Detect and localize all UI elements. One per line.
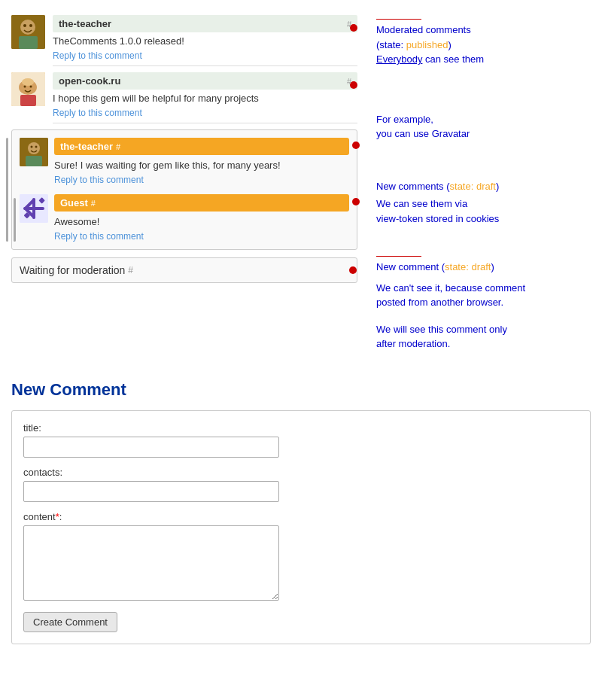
waiting-text: Waiting for moderation <box>20 264 125 276</box>
comment-2-reply[interactable]: Reply to this comment <box>53 108 142 118</box>
annotation-4: We can see them via view-token stored in… <box>376 196 594 226</box>
contacts-label: contacts: <box>23 467 579 478</box>
comment-2-username: open-cook.ru <box>59 75 120 87</box>
avatar-guest <box>20 194 48 223</box>
svg-rect-15 <box>26 156 42 166</box>
svg-point-13 <box>31 146 33 148</box>
title-input[interactable] <box>23 437 279 458</box>
content-field: content*: <box>23 511 579 603</box>
svg-point-8 <box>24 86 26 88</box>
annotation-7: We will see this comment only after mode… <box>376 322 594 352</box>
nested-comment-2-header: Guest # <box>54 194 349 212</box>
nested-comment-1-hash[interactable]: # <box>116 142 120 151</box>
annotation-5: New comment (state: draft) <box>376 256 594 275</box>
annotation-1: Moderated comments (state: published) Ev… <box>376 19 594 67</box>
nested-comments-box: the-teacher # Sure! I was waiting for ge… <box>11 129 357 250</box>
ann5-text: New comment (state: draft) <box>376 260 594 275</box>
annotation-2: For example, you can use Gravatar <box>376 112 594 142</box>
ann3-text: New comments (state: draft) <box>376 179 594 194</box>
ann1-state: published <box>406 39 448 50</box>
nested-comment-2-text: Awesome! <box>54 216 349 227</box>
nested-comment-2-dot <box>352 198 360 205</box>
waiting-box: Waiting for moderation # <box>11 257 357 283</box>
ann3-state: state: draft <box>450 181 496 192</box>
ann1-text: Moderated comments (state: published) Ev… <box>376 23 594 67</box>
comment-1-text: TheComments 1.0.0 released! <box>53 35 357 47</box>
nested-comment-1-username: the-teacher <box>60 141 113 152</box>
avatar-teacher <box>11 15 45 49</box>
svg-point-2 <box>23 24 26 27</box>
comment-1: the-teacher # TheComments 1.0.0 released… <box>11 15 357 66</box>
svg-point-7 <box>22 78 34 86</box>
contacts-field: contacts: <box>23 467 579 502</box>
title-label: title: <box>23 422 579 434</box>
content-label: content*: <box>23 511 579 522</box>
comment-1-username: the-teacher <box>59 18 111 29</box>
content-textarea[interactable] <box>23 525 279 601</box>
waiting-dot <box>349 266 357 274</box>
annotation-6: We can't see it, because comment posted … <box>376 281 594 310</box>
annotations-panel: Moderated comments (state: published) Ev… <box>369 8 602 373</box>
svg-point-9 <box>30 86 32 88</box>
nested-comment-1-reply[interactable]: Reply to this comment <box>54 175 144 185</box>
nested-comment-1-body: the-teacher # Sure! I was waiting for ge… <box>54 138 349 185</box>
waiting-hash[interactable]: # <box>128 265 133 275</box>
svg-rect-4 <box>19 36 38 49</box>
contacts-input[interactable] <box>23 481 279 502</box>
ann5-state: state: draft <box>445 261 491 272</box>
avatar-nested-teacher <box>20 138 48 166</box>
ann4-text: We can see them via view-token stored in… <box>376 196 594 226</box>
nested-comment-1-dot <box>352 142 360 149</box>
new-comment-form: title: contacts: content*: Create Commen… <box>11 410 591 644</box>
nested-comment-2-username: Guest <box>60 197 88 208</box>
nested-comment-2-hash[interactable]: # <box>91 199 96 208</box>
avatar-cook <box>11 72 45 106</box>
nested-comment-1: the-teacher # Sure! I was waiting for ge… <box>20 138 349 185</box>
annotation-3: New comments (state: draft) <box>376 179 594 194</box>
svg-point-14 <box>35 146 38 148</box>
nested-comment-2-reply[interactable]: Reply to this comment <box>54 231 144 242</box>
comment-2: open-cook.ru # I hope this gem will be h… <box>11 72 357 123</box>
nested-comment-1-header: the-teacher # <box>54 138 349 155</box>
svg-rect-10 <box>20 95 36 106</box>
nested-comment-2-body: Guest # Awesome! Reply to this comment <box>54 194 349 242</box>
comment-2-text: I hope this gem will be helpful for many… <box>53 93 357 104</box>
title-field: title: <box>23 422 579 458</box>
ann7-text: We will see this comment only after mode… <box>376 322 594 352</box>
comment-1-reply[interactable]: Reply to this comment <box>53 50 142 61</box>
comment-2-dot <box>350 81 357 89</box>
ann2-text: For example, you can use Gravatar <box>376 112 594 142</box>
comment-1-dot <box>350 24 357 32</box>
nested-comment-2: Guest # Awesome! Reply to this comment <box>20 194 349 242</box>
ann1-line <box>376 19 421 20</box>
svg-point-12 <box>28 142 40 154</box>
ann5-line <box>376 256 421 257</box>
ann6-text: We can't see it, because comment posted … <box>376 281 594 310</box>
ann1-everybody: Everybody <box>376 53 422 65</box>
new-comment-section: New Comment title: contacts: content*: C… <box>0 380 602 659</box>
new-comment-title: New Comment <box>11 380 591 400</box>
create-comment-button[interactable]: Create Comment <box>23 612 117 632</box>
svg-point-3 <box>29 24 32 27</box>
nested-comment-1-text: Sure! I was waiting for gem like this, f… <box>54 160 349 171</box>
